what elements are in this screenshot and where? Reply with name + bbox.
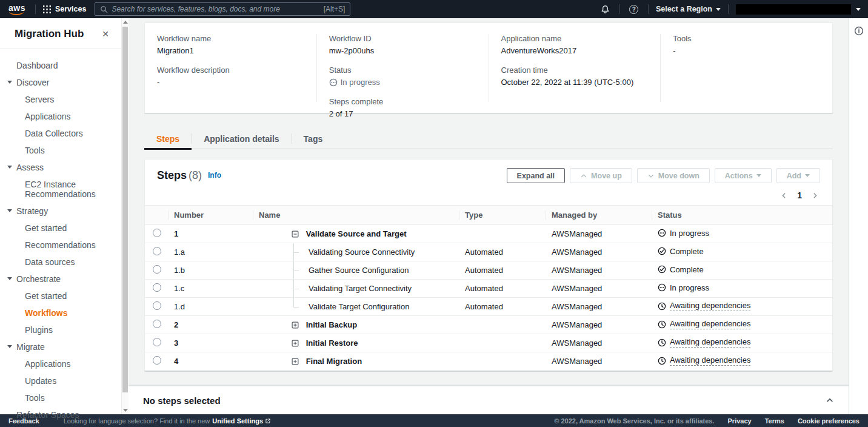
step-status: Awaiting dependencies: [652, 334, 832, 352]
step-name: Final Migration: [306, 357, 362, 366]
workflow-name-value: Migration1: [157, 46, 304, 55]
step-select-radio[interactable]: [153, 356, 161, 365]
privacy-link[interactable]: Privacy: [728, 417, 752, 425]
complete-check-icon: [658, 247, 666, 255]
next-page-button[interactable]: [811, 192, 819, 200]
in-progress-icon: [658, 229, 666, 237]
step-row-1[interactable]: 1 Validate Source and Target AWSManaged …: [145, 225, 832, 243]
aws-logo[interactable]: aws: [8, 3, 25, 15]
info-circle-icon[interactable]: [854, 26, 864, 36]
sidebar-item-discover[interactable]: Discover: [0, 76, 121, 89]
step-name: Validate Target Configuration: [309, 302, 409, 311]
caret-down-icon: [805, 174, 810, 177]
expand-toggle-icon[interactable]: [292, 358, 299, 365]
search-input[interactable]: [112, 5, 319, 13]
step-status-label[interactable]: Awaiting dependencies: [670, 319, 750, 329]
top-navigation-bar: aws Services [Alt+S] ? Select a Region: [0, 0, 868, 18]
step-row-3[interactable]: 3 Initial Restore AWSManaged Awaiting de…: [145, 334, 832, 352]
step-select-radio[interactable]: [153, 247, 161, 255]
sidebar-item-migrate[interactable]: Migrate: [0, 340, 121, 354]
sidebar-scrollbar[interactable]: [121, 18, 129, 414]
scrollbar-thumb[interactable]: [122, 27, 128, 392]
tab-tags[interactable]: Tags: [292, 129, 335, 149]
expand-toggle-icon[interactable]: [292, 321, 299, 329]
step-row-4[interactable]: 4 Final Migration AWSManaged Awaiting de…: [145, 352, 832, 371]
bell-icon: [601, 5, 610, 14]
account-menu[interactable]: [736, 4, 861, 15]
tab-application-details[interactable]: Application details: [192, 129, 291, 149]
step-select-radio[interactable]: [153, 301, 161, 310]
region-selector[interactable]: Select a Region: [656, 5, 721, 13]
step-row-2[interactable]: 2 Initial Backup AWSManaged Awaiting dep…: [145, 316, 832, 334]
step-name: Gather Source Configuration: [309, 266, 409, 275]
sidebar-item-dashboard[interactable]: Dashboard: [0, 59, 121, 72]
global-search-box[interactable]: [Alt+S]: [95, 2, 350, 16]
sidebar-item-applications[interactable]: Applications: [0, 357, 121, 371]
field-label: Workflow name: [157, 34, 304, 43]
expand-toggle-icon[interactable]: [292, 230, 299, 238]
section-caret-icon: [7, 345, 12, 348]
field-label: Application name: [501, 34, 649, 43]
step-row-1.c[interactable]: 1.c Validating Target Connectivity Autom…: [145, 280, 832, 298]
step-select-radio[interactable]: [153, 283, 161, 292]
sidebar-item-tools[interactable]: Tools: [0, 391, 121, 405]
expand-all-button[interactable]: Expand all: [507, 168, 566, 183]
column-select: [145, 206, 168, 225]
sidebar-item-recommendations[interactable]: Recommendations: [0, 238, 121, 252]
step-row-1.a[interactable]: 1.a Validating Source Connectivity Autom…: [145, 243, 832, 261]
sidebar-item-updates[interactable]: Updates: [0, 374, 121, 388]
step-status: Complete: [652, 243, 832, 261]
actions-dropdown-button[interactable]: Actions: [715, 168, 772, 183]
step-select-radio[interactable]: [153, 265, 161, 274]
sidebar-item-strategy[interactable]: Strategy: [0, 204, 121, 218]
step-select-radio[interactable]: [153, 338, 161, 346]
expand-toggle-icon[interactable]: [292, 340, 299, 347]
scroll-down-arrow-icon[interactable]: [123, 409, 128, 412]
sidebar-item-servers[interactable]: Servers: [0, 93, 121, 106]
field-label: Workflow description: [157, 66, 304, 75]
terms-link[interactable]: Terms: [765, 417, 784, 425]
collapse-chevron-up-icon[interactable]: [826, 396, 834, 405]
tab-steps[interactable]: Steps: [144, 129, 192, 149]
sidebar-item-get-started[interactable]: Get started: [0, 289, 121, 303]
step-managed-by: AWSManaged: [546, 261, 652, 280]
sidebar-item-data-collectors[interactable]: Data Collectors: [0, 127, 121, 140]
sidebar-item-tools[interactable]: Tools: [0, 144, 121, 157]
sidebar-item-orchestrate[interactable]: Orchestrate: [0, 272, 121, 286]
help-button[interactable]: ?: [627, 5, 641, 14]
creation-time-value: October 22, 2022 at 11:39 (UTC-5:00): [501, 78, 649, 87]
region-label: Select a Region: [656, 5, 712, 13]
step-status-label[interactable]: Awaiting dependencies: [670, 355, 750, 366]
move-down-button[interactable]: Move down: [637, 168, 710, 183]
step-row-1.d[interactable]: 1.d Validate Target Configuration Automa…: [145, 298, 832, 316]
sidebar-item-get-started[interactable]: Get started: [0, 221, 121, 235]
sidebar-item-assess[interactable]: Assess: [0, 161, 121, 174]
unified-settings-link[interactable]: Unified Settings: [212, 417, 271, 425]
previous-page-button[interactable]: [780, 192, 788, 200]
pagination: 1: [145, 183, 832, 205]
workflow-status-value: In progress: [329, 78, 476, 87]
step-row-1.b[interactable]: 1.b Gather Source Configuration Automate…: [145, 261, 832, 280]
topbar-divider: [728, 4, 729, 14]
step-status-label[interactable]: Awaiting dependencies: [670, 301, 750, 311]
tree-connector-line: [293, 298, 301, 315]
services-menu-button[interactable]: Services: [43, 5, 86, 13]
current-page-number[interactable]: 1: [797, 190, 802, 200]
sidebar-item-ec2-instance-recommendations[interactable]: EC2 Instance Recommendations: [0, 178, 121, 201]
cookie-preferences-link[interactable]: Cookie preferences: [798, 417, 860, 425]
sidebar-item-plugins[interactable]: Plugins: [0, 323, 121, 337]
scroll-up-arrow-icon[interactable]: [123, 21, 128, 24]
add-dropdown-button[interactable]: Add: [776, 168, 820, 183]
sidebar-item-refactor-spaces[interactable]: Refactor Spaces: [0, 408, 121, 422]
sidebar-item-workflows[interactable]: Workflows: [0, 306, 121, 320]
step-select-radio[interactable]: [153, 229, 161, 237]
move-up-button[interactable]: Move up: [570, 168, 632, 183]
notifications-button[interactable]: [599, 5, 612, 14]
close-icon[interactable]: ✕: [102, 30, 109, 38]
sidebar-item-data-sources[interactable]: Data sources: [0, 255, 121, 269]
column-managed-by: Managed by: [546, 206, 652, 225]
info-link[interactable]: Info: [208, 171, 221, 180]
step-select-radio[interactable]: [153, 320, 161, 328]
sidebar-item-applications[interactable]: Applications: [0, 110, 121, 123]
step-status-label[interactable]: Awaiting dependencies: [670, 337, 750, 348]
